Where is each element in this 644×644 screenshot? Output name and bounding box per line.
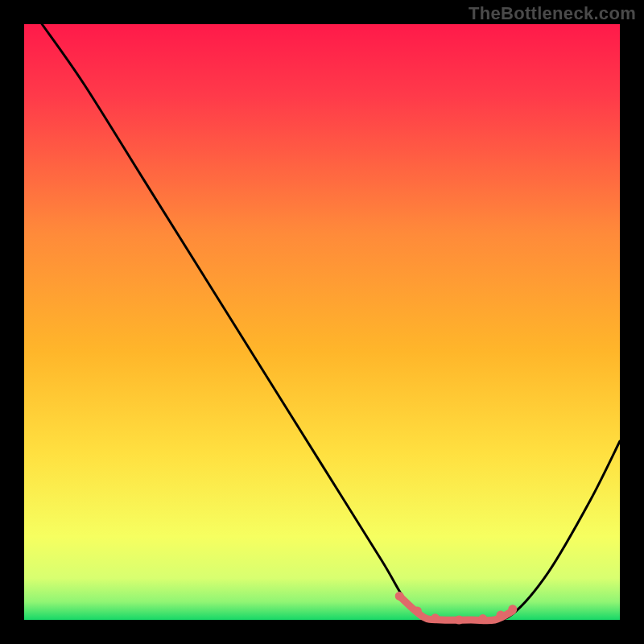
chart-container: TheBottleneck.com bbox=[0, 0, 644, 644]
data-dot bbox=[431, 613, 440, 622]
watermark-label: TheBottleneck.com bbox=[469, 3, 636, 24]
data-dot bbox=[497, 611, 506, 620]
plot-background bbox=[24, 24, 620, 620]
data-dot bbox=[478, 614, 487, 623]
chart-svg bbox=[0, 0, 644, 644]
data-dot bbox=[413, 606, 422, 615]
data-dot bbox=[455, 616, 464, 625]
data-dot bbox=[395, 592, 404, 601]
data-dot bbox=[508, 605, 517, 613]
